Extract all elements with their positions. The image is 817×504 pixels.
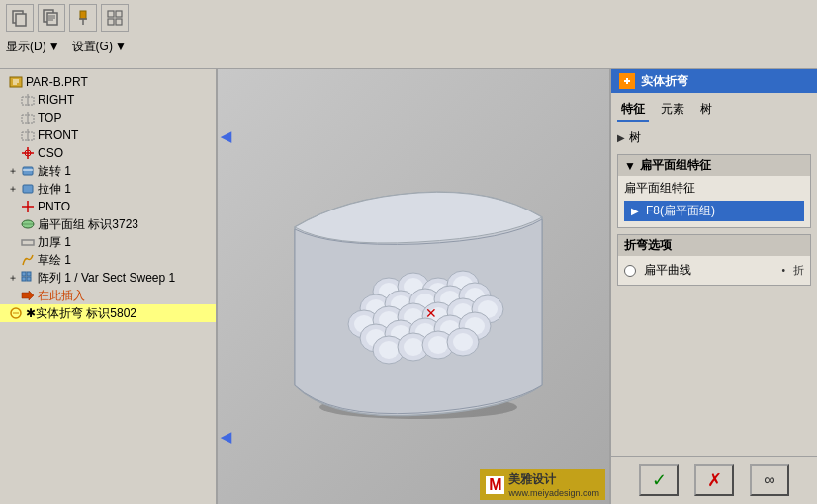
- tree-item-sketch1[interactable]: 草绘 1: [0, 251, 216, 269]
- flat-group-subsection-label: 扁平面组特征: [624, 180, 804, 197]
- svg-rect-13: [116, 19, 122, 25]
- cancel-button[interactable]: ✗: [694, 464, 734, 496]
- svg-rect-35: [22, 272, 26, 276]
- toolbar-btn-grid[interactable]: [101, 4, 129, 32]
- plane-front-icon: [20, 127, 36, 143]
- flat-group-content: 扁平面组特征 ▶ F8(扁平面组): [618, 176, 810, 227]
- flat-item-arrow-icon: ▶: [628, 205, 642, 218]
- main-layout: PAR-B.PRT RIGHT: [0, 69, 817, 504]
- 3d-object-svg: ✕: [245, 148, 582, 425]
- expand-array1[interactable]: ＋: [8, 271, 18, 285]
- toolbar-btn-copy1[interactable]: [6, 4, 34, 32]
- svg-rect-29: [23, 185, 33, 193]
- dialog-buttons: ✓ ✗ ∞: [611, 456, 817, 504]
- svg-rect-11: [116, 11, 122, 17]
- preview-icon: ∞: [764, 471, 774, 489]
- tab-tree[interactable]: 树: [696, 99, 716, 122]
- toolbar-menus: 显示(D) ▼ 设置(G) ▼: [0, 36, 817, 57]
- fold-option-row-1: 扁平曲线 • 折: [624, 260, 804, 281]
- solidfold-icon: [8, 305, 24, 321]
- svg-rect-10: [108, 11, 114, 17]
- flat-group-item[interactable]: ▶ F8(扁平面组): [624, 201, 804, 221]
- tab-feature[interactable]: 特征: [617, 99, 649, 122]
- svg-point-86: [404, 338, 423, 356]
- tree-item-front[interactable]: FRONT: [0, 126, 216, 144]
- plane-icon: [20, 92, 36, 108]
- expand-extrude1[interactable]: ＋: [8, 182, 18, 196]
- preview-button[interactable]: ∞: [750, 464, 789, 496]
- svg-point-84: [379, 341, 399, 359]
- tree-item-solidfold[interactable]: ✱实体折弯 标识5802: [0, 304, 216, 322]
- red-cross-marker: ✕: [425, 305, 437, 321]
- toolbar-btn-copy2[interactable]: [38, 4, 65, 32]
- tree-arrow-icon: ▶: [617, 132, 625, 143]
- tree-area: PAR-B.PRT RIGHT: [0, 69, 216, 504]
- watermark-text: 美雅设计: [508, 471, 599, 488]
- dialog-body: 特征 元素 树 ▶ 树 ▼ 扁平面组特征: [611, 93, 817, 456]
- flat-group-section: ▼ 扁平面组特征 扁平面组特征 ▶ F8(扁平面组): [617, 154, 811, 228]
- viewport-nav: ◀ ◀: [218, 69, 233, 504]
- toolbar-icons: [0, 0, 817, 36]
- fold-options-section: 折弯选项 扁平曲线 • 折: [617, 234, 811, 286]
- left-panel: PAR-B.PRT RIGHT: [0, 69, 218, 504]
- right-panel: 实体折弯 特征 元素 树 ▶ 树: [609, 69, 817, 504]
- shape-container: ✕: [237, 89, 590, 484]
- svg-rect-12: [108, 19, 114, 25]
- viewport: ◀ ◀: [218, 69, 609, 504]
- tree-item-right[interactable]: RIGHT: [0, 91, 216, 109]
- toolbar-btn-pin[interactable]: [69, 4, 97, 32]
- tree-root-icon: [8, 74, 24, 90]
- svg-rect-34: [22, 240, 34, 245]
- svg-rect-38: [27, 277, 31, 281]
- plane-top-icon: [20, 110, 36, 126]
- svg-point-88: [428, 336, 448, 354]
- svg-marker-39: [22, 291, 34, 300]
- extrude-icon: [20, 181, 36, 197]
- tree-root[interactable]: PAR-B.PRT: [0, 73, 216, 91]
- radio-flat-curve[interactable]: [624, 265, 636, 277]
- tree-item-revolve1[interactable]: ＋ 旋转 1: [0, 162, 216, 180]
- tree-item-insert[interactable]: 在此插入: [0, 287, 216, 304]
- flat-group-collapse-arrow: ▼: [624, 159, 636, 173]
- thicken-icon: [20, 234, 36, 250]
- nav-arrow-down[interactable]: ◀: [221, 429, 231, 445]
- tree-item-pnto[interactable]: PNTO: [0, 198, 216, 215]
- flatgroup-icon: [20, 216, 36, 232]
- array-icon: [20, 270, 36, 286]
- svg-rect-7: [80, 11, 86, 19]
- svg-point-90: [453, 333, 473, 351]
- menu-display[interactable]: 显示(D) ▼: [6, 39, 60, 55]
- fold-options-content: 扁平曲线 • 折: [618, 256, 810, 285]
- expand-revolve1[interactable]: ＋: [8, 164, 18, 178]
- watermark: M 美雅设计 www.meiyadesign.com: [480, 469, 605, 500]
- tree-item-top[interactable]: TOP: [0, 109, 216, 126]
- nav-arrow-up[interactable]: ◀: [221, 128, 231, 144]
- top-toolbar: 显示(D) ▼ 设置(G) ▼: [0, 0, 817, 69]
- ok-button[interactable]: ✓: [639, 464, 679, 496]
- tree-section-header[interactable]: ▶ 树: [617, 129, 811, 146]
- svg-rect-37: [22, 277, 26, 281]
- tree-item-thicken1[interactable]: 加厚 1: [0, 233, 216, 251]
- dialog-tabs: 特征 元素 树: [617, 99, 811, 122]
- tree-item-extrude1[interactable]: ＋ 拉伸 1: [0, 180, 216, 198]
- tree-item-flatgroup[interactable]: 扁平面组 标识3723: [0, 215, 216, 233]
- revolve-icon: [20, 163, 36, 179]
- watermark-m: M: [486, 476, 504, 494]
- fold-option-dot-label-1: 折: [793, 263, 804, 278]
- tree-section: ▶ 树: [617, 129, 811, 146]
- flat-group-title[interactable]: ▼ 扁平面组特征: [618, 155, 810, 176]
- svg-rect-36: [27, 272, 31, 276]
- menu-settings[interactable]: 设置(G) ▼: [72, 39, 127, 55]
- svg-rect-1: [16, 14, 26, 26]
- svg-rect-3: [47, 13, 57, 25]
- insert-arrow-icon: [20, 288, 36, 303]
- dialog-title-icon: [619, 73, 635, 89]
- fold-options-title: 折弯选项: [618, 235, 810, 256]
- tree-item-array1[interactable]: ＋ 阵列 1 / Var Sect Sweep 1: [0, 269, 216, 287]
- svg-rect-27: [23, 167, 33, 175]
- tab-element[interactable]: 元素: [657, 99, 688, 122]
- tree-item-cso[interactable]: CSO: [0, 144, 216, 162]
- dialog-title-text: 实体折弯: [641, 73, 688, 90]
- watermark-url: www.meiyadesign.com: [508, 488, 599, 498]
- point-icon: [20, 199, 36, 214]
